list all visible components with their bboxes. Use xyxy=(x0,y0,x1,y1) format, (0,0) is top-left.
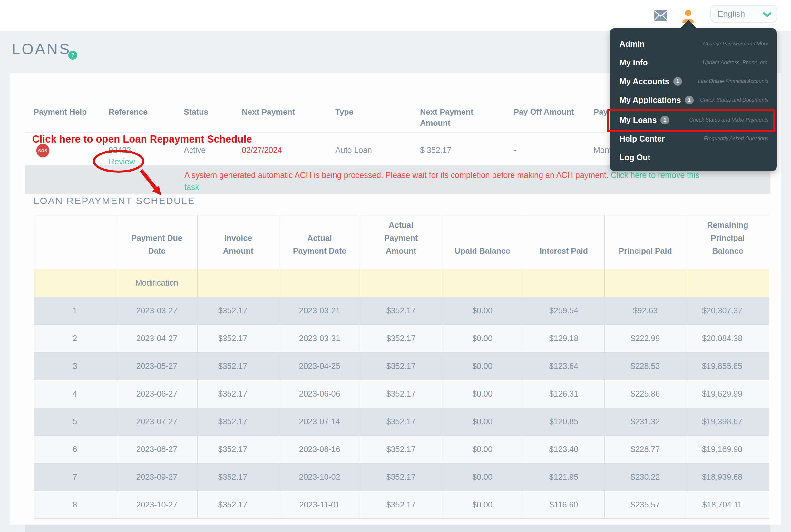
pay-off-amount-cell: - xyxy=(514,145,593,166)
ach-notice-text: A system generated automatic ACH is bein… xyxy=(185,169,700,193)
count-badge: 1 xyxy=(673,77,682,86)
ach-warning-text: A system generated automatic ACH is bein… xyxy=(185,171,609,179)
schedule-header-row: Payment Due Date Invoice Amount Actual P… xyxy=(34,215,769,269)
sched-col-payment-due-date: Payment Due Date xyxy=(116,215,198,269)
loans-page: English LOANS ? Payment Help Reference S… xyxy=(0,0,791,532)
schedule-row: 72023-09-27 $352.172023-10-02 $352.17$0.… xyxy=(34,463,769,491)
annotation-ellipse xyxy=(93,150,144,173)
schedule-row: 52023-07-27 $352.172023-07-14 $352.17$0.… xyxy=(34,408,769,436)
schedule-title: LOAN REPAYMENT SCHEDULE xyxy=(34,195,195,206)
col-header-payment-help: Payment Help xyxy=(34,107,109,128)
sched-col-actual-payment-amount: Actual Payment Amount xyxy=(360,215,442,269)
col-header-type: Type xyxy=(335,107,420,128)
schedule-row: 22023-04-27 $352.172023-03-31 $352.17$0.… xyxy=(34,325,769,353)
sched-col-interest-paid: Interest Paid xyxy=(523,215,605,269)
language-select[interactable]: English xyxy=(710,5,777,23)
menu-pointer xyxy=(680,20,697,29)
menu-item-my-info[interactable]: My Info Update Address, Phone, etc. xyxy=(610,53,777,72)
sched-col-principal-paid: Principal Paid xyxy=(605,215,686,269)
sched-col-upaid-balance: Upaid Balance xyxy=(442,215,523,269)
user-menu: Admin Change Password and More My Info U… xyxy=(610,28,777,171)
sched-col-index xyxy=(34,215,116,269)
mail-button[interactable] xyxy=(654,10,667,21)
chevron-down-icon xyxy=(763,12,772,19)
mail-icon xyxy=(654,17,667,22)
next-payment-amount-cell: $ 352.17 xyxy=(420,145,514,166)
menu-item-my-applications[interactable]: My Applications1 Check Status and Docume… xyxy=(610,91,777,109)
repayment-schedule-table: Payment Due Date Invoice Amount Actual P… xyxy=(34,215,769,519)
topbar: English xyxy=(0,0,791,31)
next-payment-cell: 02/27/2024 xyxy=(242,145,335,166)
schedule-row: 82023-10-27 $352.172023-11-01 $352.17$0.… xyxy=(34,491,769,519)
menu-item-log-out[interactable]: Log Out xyxy=(610,148,777,167)
col-header-next-payment-amount: Next Payment Amount xyxy=(420,107,514,128)
sched-col-actual-payment-date: Actual Payment Date xyxy=(279,215,360,269)
status-cell: Active xyxy=(184,145,242,166)
annotation-text: Click here to open Loan Repayment Schedu… xyxy=(32,133,252,145)
menu-item-admin[interactable]: Admin Change Password and More xyxy=(610,35,777,53)
modification-row: Modification xyxy=(34,269,769,297)
language-select-value: English xyxy=(717,9,745,19)
schedule-row: 42023-06-27 $352.172023-06-06 $352.17$0.… xyxy=(34,380,769,408)
col-header-reference: Reference xyxy=(109,107,184,128)
menu-item-help-center[interactable]: Help Center Frequently Asked Questions xyxy=(610,129,777,148)
help-icon[interactable]: ? xyxy=(68,51,77,60)
schedule-row: 12023-03-27 $352.172023-03-21 $352.17$0.… xyxy=(34,297,769,325)
my-loans-highlight-box xyxy=(607,109,775,132)
sos-badge[interactable]: sos xyxy=(36,144,49,157)
type-cell: Auto Loan xyxy=(335,145,420,166)
menu-item-my-accounts[interactable]: My Accounts1 Link Online Financial Accou… xyxy=(610,72,777,91)
sched-col-remaining-principal: Remaining Principal Balance xyxy=(686,215,769,269)
page-title: LOANS xyxy=(12,40,71,58)
count-badge: 1 xyxy=(685,96,694,104)
modification-label: Modification xyxy=(116,269,198,297)
col-header-next-payment: Next Payment xyxy=(242,107,335,128)
schedule-row: 62023-08-27 $352.172023-08-16 $352.17$0.… xyxy=(34,436,769,463)
col-header-pay-off-amount: Pay Off Amount xyxy=(514,107,593,128)
partial-row-strip xyxy=(25,525,770,532)
sched-col-invoice-amount: Invoice Amount xyxy=(198,215,279,269)
col-header-status: Status xyxy=(184,107,242,128)
schedule-row: 32023-05-27 $352.172023-04-25 $352.17$0.… xyxy=(34,353,769,380)
